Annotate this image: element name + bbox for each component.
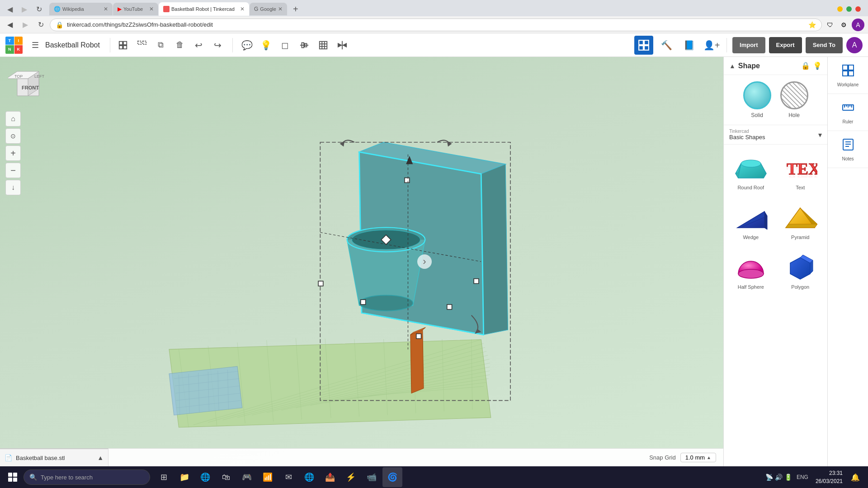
group-button[interactable] bbox=[115, 37, 131, 53]
shape-card-text[interactable]: TEXT TEXT Text bbox=[777, 148, 824, 195]
ungroup-button[interactable] bbox=[134, 37, 150, 53]
back-nav-button[interactable]: ◀ bbox=[4, 19, 16, 31]
hole-option[interactable]: Hole bbox=[780, 81, 808, 118]
user-avatar[interactable]: A bbox=[846, 37, 863, 53]
panel-scroll-right[interactable]: › bbox=[417, 254, 432, 269]
tab-close-2[interactable]: ✕ bbox=[149, 6, 154, 12]
tab-inactive-3[interactable]: G Google ✕ bbox=[250, 3, 287, 15]
battery-icon[interactable]: 🔋 bbox=[784, 474, 792, 481]
light-tool[interactable]: 💡 bbox=[258, 37, 274, 53]
home-view-button[interactable]: ⌂ bbox=[5, 111, 21, 127]
edge-tb[interactable]: 🌀 bbox=[382, 467, 402, 487]
reload-button[interactable]: ↻ bbox=[34, 19, 47, 31]
copy-button[interactable]: ⧉ bbox=[153, 37, 169, 53]
export-button[interactable]: Export bbox=[769, 37, 802, 53]
library-dropdown-arrow[interactable]: ▾ bbox=[818, 131, 822, 139]
snap-grid-value[interactable]: 1.0 mm ▲ bbox=[680, 453, 716, 462]
library-selector[interactable]: Tinkercad Basic Shapes ▾ bbox=[724, 125, 827, 145]
shape-card-wedge[interactable]: Wedge bbox=[727, 198, 774, 245]
tab-close-1[interactable]: ✕ bbox=[104, 6, 108, 12]
notification-button[interactable]: 🔔 bbox=[847, 469, 863, 485]
mail-tb[interactable]: ✉ bbox=[278, 467, 298, 487]
fit-view-button[interactable]: ⊙ bbox=[5, 128, 21, 144]
ruler-tab[interactable]: Ruler bbox=[828, 94, 868, 131]
svg-rect-4 bbox=[138, 41, 141, 44]
url-input[interactable]: 🔒 tinkercad.com/things/bzZ2siwsOfm-baske… bbox=[50, 19, 822, 31]
import-button[interactable]: Import bbox=[732, 37, 765, 53]
workplane-view-button[interactable] bbox=[634, 36, 653, 55]
tinkercad-logo[interactable]: T I N K bbox=[5, 37, 23, 54]
shape-card-half-sphere[interactable]: Half Sphere bbox=[727, 248, 774, 295]
notes-tab[interactable]: Notes bbox=[828, 131, 868, 168]
workplane-tab[interactable]: Workplane bbox=[828, 57, 868, 94]
solid-option[interactable]: Solid bbox=[743, 81, 771, 118]
taskbar-search[interactable]: 🔍 Type here to search bbox=[24, 469, 150, 485]
shapes-grid: Round Roof bbox=[727, 148, 824, 295]
tab-active[interactable]: Basketball Robot | Tinkercad ✕ bbox=[159, 2, 249, 16]
forward-button[interactable]: ▶ bbox=[18, 3, 31, 15]
shape-panel: ▲ Shape 🔒 💡 Solid Hole Tinkercad bbox=[723, 57, 827, 466]
tab-inactive-2[interactable]: ▶ YouTube ✕ bbox=[113, 3, 158, 15]
grid-tool[interactable] bbox=[315, 37, 331, 53]
shape-card-round-roof[interactable]: Round Roof bbox=[727, 148, 774, 195]
comment-tool[interactable]: 💬 bbox=[239, 37, 255, 53]
book-view-button[interactable]: 📘 bbox=[679, 36, 698, 55]
tab-close-3[interactable]: ✕ bbox=[278, 6, 283, 12]
store-tb[interactable]: 🛍 bbox=[216, 467, 236, 487]
extensions-area: 🛡 ⚙ A bbox=[825, 19, 864, 31]
filezilla-tb[interactable]: 📤 bbox=[320, 467, 340, 487]
extension-2[interactable]: ⚙ bbox=[838, 19, 849, 30]
network-icon[interactable]: 📡 bbox=[765, 474, 773, 481]
back-button[interactable]: ◀ bbox=[4, 3, 16, 15]
wifi-tb[interactable]: 📶 bbox=[258, 467, 278, 487]
bookmark-icon[interactable]: ⭐ bbox=[808, 21, 816, 28]
arduino-tb[interactable]: ⚡ bbox=[341, 467, 361, 487]
file-panel: 📄 Basketball base.stl ▲ bbox=[0, 448, 108, 466]
shape-bulb-icon[interactable]: 💡 bbox=[813, 61, 822, 70]
delete-button[interactable]: 🗑 bbox=[172, 37, 188, 53]
shape-card-polygon[interactable]: Polygon bbox=[777, 248, 824, 295]
sendto-button[interactable]: Send To bbox=[806, 37, 843, 53]
forward-nav-button[interactable]: ▶ bbox=[19, 19, 32, 31]
zoom-tb[interactable]: 📹 bbox=[362, 467, 382, 487]
project-title[interactable]: Basketball Robot bbox=[45, 41, 100, 49]
chrome-tb[interactable]: 🌐 bbox=[299, 467, 319, 487]
volume-icon[interactable]: 🔊 bbox=[775, 474, 783, 481]
orientation-cube[interactable]: FRONT TOP LEFT bbox=[8, 65, 48, 105]
zoom-out-button[interactable]: − bbox=[5, 163, 21, 178]
hammer-view-button[interactable]: 🔨 bbox=[657, 36, 676, 55]
redo-button[interactable]: ↪ bbox=[210, 37, 226, 53]
rotation-right-handle[interactable] bbox=[437, 140, 452, 146]
tab-inactive-1[interactable]: 🌐 Wikipedia ✕ bbox=[49, 3, 113, 15]
clock-display[interactable]: 23:31 26/03/2021 bbox=[813, 469, 845, 485]
menu-toggle[interactable]: ☰ bbox=[28, 38, 42, 52]
add-user-button[interactable]: 👤+ bbox=[702, 36, 721, 55]
taskview-button[interactable]: ⊞ bbox=[154, 467, 174, 487]
viewport-3d[interactable]: FRONT TOP LEFT ⌂ ⊙ + − ↓ › Edit Grid Sna bbox=[0, 57, 723, 466]
minimize-button[interactable] bbox=[837, 6, 843, 12]
shape-lock-icon[interactable]: 🔒 bbox=[801, 61, 810, 70]
shape-collapse-icon[interactable]: ▲ bbox=[729, 62, 736, 70]
undo-button[interactable]: ↩ bbox=[191, 37, 207, 53]
rotation-left-handle[interactable] bbox=[340, 140, 354, 146]
shape-tool[interactable]: ◻ bbox=[277, 37, 293, 53]
explorer-tb[interactable]: 📁 bbox=[175, 467, 194, 487]
zoom-in-button[interactable]: + bbox=[5, 145, 21, 161]
extension-1[interactable]: 🛡 bbox=[825, 19, 835, 30]
main-area: FRONT TOP LEFT ⌂ ⊙ + − ↓ › Edit Grid Sna bbox=[0, 57, 868, 466]
new-tab-button[interactable]: + bbox=[289, 3, 302, 15]
user-account[interactable]: A bbox=[852, 19, 864, 31]
steam-tb[interactable]: 🎮 bbox=[237, 467, 257, 487]
active-tab-close[interactable]: ✕ bbox=[240, 6, 245, 12]
start-button[interactable] bbox=[3, 467, 23, 487]
mirror-tool[interactable] bbox=[334, 37, 350, 53]
shape-card-pyramid[interactable]: Pyramid bbox=[777, 198, 824, 245]
language-indicator[interactable]: ENG bbox=[794, 473, 811, 481]
file-expand-icon[interactable]: ▲ bbox=[97, 454, 104, 461]
refresh-button[interactable]: ↻ bbox=[33, 3, 45, 15]
align-tool[interactable] bbox=[296, 37, 312, 53]
close-button[interactable] bbox=[855, 6, 861, 12]
ie-tb[interactable]: 🌐 bbox=[195, 467, 215, 487]
maximize-button[interactable] bbox=[846, 6, 852, 12]
reset-view-button[interactable]: ↓ bbox=[5, 180, 21, 195]
